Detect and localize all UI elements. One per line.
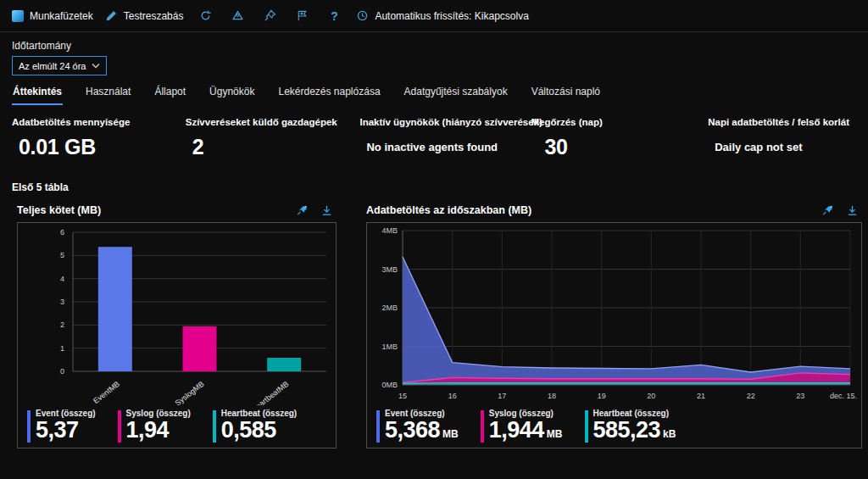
help-button[interactable]: ? — [324, 6, 344, 26]
auto-refresh-button[interactable]: Automatikus frissítés: Kikapcsolva — [356, 9, 528, 22]
download-icon[interactable] — [846, 204, 859, 217]
tab-attekintes[interactable]: Áttekintés — [12, 84, 63, 105]
svg-text:SyslogMB: SyslogMB — [174, 380, 206, 405]
stat-label: Napi adatbetöltés / felső korlát — [708, 117, 849, 127]
bar-chart: 0123456EventMBSyslogMBHeartbeatMB — [19, 226, 335, 405]
refresh-button[interactable] — [195, 6, 215, 26]
legend-item-heartbeat[interactable]: Heartbeat (összeg) 585,23kB — [585, 409, 676, 443]
legend-value: 5,368 — [385, 418, 440, 442]
svg-text:HeartbeatMB: HeartbeatMB — [249, 380, 290, 405]
total-volume-panel: Teljes kötet (MB) 0123456EventMBSyslog — [17, 198, 337, 448]
legend-value: 1,944 — [489, 418, 544, 442]
panel-title: Adatbetöltés az időszakban (MB) — [366, 204, 531, 216]
customize-label: Testreszabás — [124, 10, 184, 22]
feedback-flag-icon — [296, 9, 309, 22]
stat-label: Megőrzés (nap) — [531, 117, 701, 127]
tab-valtozasi-naplo[interactable]: Változási napló — [531, 84, 601, 105]
help-icon: ? — [331, 9, 338, 23]
svg-text:3: 3 — [60, 298, 64, 306]
customize-button[interactable]: Testreszabás — [105, 9, 184, 22]
chevron-down-icon — [92, 63, 100, 69]
download-icon[interactable] — [320, 204, 333, 217]
svg-text:2: 2 — [60, 320, 64, 329]
legend-color-bar — [585, 410, 588, 443]
stat-value: 2 — [186, 127, 353, 166]
workbooks-label: Munkafüzetek — [30, 10, 93, 22]
gallery-button[interactable] — [227, 6, 248, 26]
legend-color-bar — [481, 410, 484, 443]
stat-value: 30 — [531, 127, 701, 166]
stat-value: Daily cap not set — [708, 127, 849, 166]
tab-bar: Áttekintés Használat Állapot Ügynökök Le… — [0, 77, 868, 105]
legend-item-event[interactable]: Event (összeg) 5,37 — [27, 409, 96, 443]
pin-chart-icon[interactable] — [296, 204, 309, 217]
pin-button[interactable] — [259, 6, 280, 26]
legend-unit: MB — [547, 428, 563, 440]
svg-text:0: 0 — [60, 367, 64, 376]
panel-head: Adatbetöltés az időszakban (MB) — [366, 198, 862, 222]
area-chart-legend: Event (összeg) 5,368MB Syslog (összeg) 1… — [368, 405, 860, 443]
pin-icon — [264, 9, 276, 22]
svg-text:19: 19 — [598, 392, 606, 400]
svg-text:2MB: 2MB — [381, 304, 398, 312]
time-range-dropdown[interactable]: Az elmúlt 24 óra — [12, 56, 107, 75]
auto-refresh-clock-icon — [356, 9, 369, 22]
svg-text:21: 21 — [697, 392, 705, 400]
svg-text:6: 6 — [60, 228, 64, 237]
legend-value: 0,585 — [221, 418, 276, 442]
legend-item-heartbeat[interactable]: Heartbeat (összeg) 0,585 — [213, 409, 297, 443]
svg-text:22: 22 — [747, 392, 755, 400]
tab-adatgyujtesi-szabalyok[interactable]: Adatgyűjtési szabályok — [403, 84, 509, 105]
pin-chart-icon[interactable] — [821, 204, 834, 217]
svg-text:4MB: 4MB — [381, 226, 398, 235]
bar-chart-legend: Event (összeg) 5,37 Syslog (összeg) 1,94… — [19, 405, 335, 443]
workbooks-button[interactable]: Munkafüzetek — [12, 10, 93, 22]
stat-retention: Megőrzés (nap) 30 — [531, 117, 708, 166]
svg-text:1MB: 1MB — [381, 343, 398, 351]
svg-text:15: 15 — [398, 392, 407, 400]
stat-value: No inactive agents found — [359, 127, 524, 166]
stat-label: Inaktív ügynökök (hiányzó szívverések) — [359, 117, 524, 127]
gallery-icon — [231, 9, 244, 22]
legend-color-bar — [27, 410, 31, 443]
svg-text:0MB: 0MB — [381, 381, 398, 389]
stat-label: Adatbetöltés mennyisége — [12, 117, 179, 127]
stat-heartbeat-hosts: Szívveréseket küldő gazdagépek 2 — [186, 117, 360, 166]
panel-actions — [821, 204, 862, 217]
panel-head: Teljes kötet (MB) — [17, 198, 337, 222]
stat-ingestion-volume: Adatbetöltés mennyisége 0.01 GB — [12, 117, 186, 166]
stat-value: 0.01 GB — [12, 127, 179, 166]
tab-hasznalat[interactable]: Használat — [85, 84, 131, 105]
tab-allapot[interactable]: Állapot — [153, 84, 186, 105]
tab-ugynokok[interactable]: Ügynökök — [209, 84, 255, 105]
legend-item-syslog[interactable]: Syslog (összeg) 1,94 — [118, 409, 191, 443]
svg-text:5: 5 — [60, 251, 64, 259]
svg-text:3MB: 3MB — [381, 265, 398, 274]
svg-text:EventMB: EventMB — [92, 380, 121, 405]
svg-text:20: 20 — [647, 392, 655, 400]
legend-color-bar — [118, 410, 121, 443]
svg-text:17: 17 — [498, 392, 506, 400]
time-range-value: Az elmúlt 24 óra — [19, 61, 86, 71]
legend-color-bar — [376, 410, 380, 443]
panel-title: Teljes kötet (MB) — [17, 204, 101, 216]
svg-text:23: 23 — [796, 392, 804, 400]
tab-lekerdezes-naplozasa[interactable]: Lekérdezés naplózása — [277, 84, 381, 105]
stat-label: Szívveréseket küldő gazdagépek — [186, 117, 353, 127]
svg-text:dec. 15.: dec. 15. — [830, 392, 857, 400]
legend-item-event[interactable]: Event (összeg) 5,368MB — [376, 409, 459, 443]
panel-actions — [296, 204, 337, 217]
feedback-button[interactable] — [292, 6, 312, 26]
charts-row: Teljes kötet (MB) 0123456EventMBSyslog — [17, 198, 862, 448]
stats-row: Adatbetöltés mennyisége 0.01 GB Szívveré… — [0, 105, 868, 166]
panel-box: 0123456EventMBSyslogMBHeartbeatMB Event … — [17, 222, 337, 448]
refresh-icon — [199, 9, 212, 22]
pencil-icon — [105, 9, 118, 22]
legend-value: 585,23 — [593, 418, 661, 442]
legend-item-syslog[interactable]: Syslog (összeg) 1,944MB — [481, 409, 563, 443]
svg-text:4: 4 — [60, 275, 64, 283]
svg-text:16: 16 — [448, 392, 457, 400]
legend-unit: MB — [442, 428, 459, 440]
svg-text:18: 18 — [548, 392, 556, 400]
time-range-section: Időtartomány Az elmúlt 24 óra — [0, 32, 868, 77]
